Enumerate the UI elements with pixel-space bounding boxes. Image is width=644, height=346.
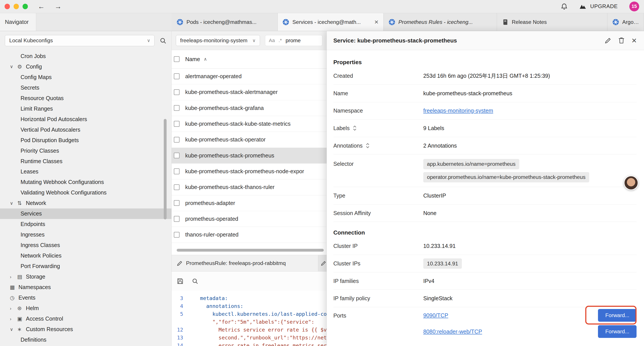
sidebar-item[interactable]: ▦ Namespaces	[0, 282, 172, 293]
notification-count-badge[interactable]: 15	[629, 1, 639, 11]
sidebar-item[interactable]: ◷ Events	[0, 293, 172, 303]
assistant-avatar[interactable]	[624, 176, 638, 190]
edit-button[interactable]	[604, 37, 612, 44]
forward-button-nav[interactable]: →	[54, 3, 62, 10]
row-checkbox[interactable]	[174, 89, 180, 95]
sidebar-item[interactable]: Config Maps	[0, 72, 172, 82]
namespace-selector[interactable]: freeleaps-monitoring-system ∨	[176, 35, 260, 46]
table-row[interactable]: kube-prometheus-stack-grafana	[172, 100, 326, 116]
sidebar-item[interactable]: Pod Disruption Budgets	[0, 135, 172, 145]
close-drawer-icon[interactable]: ×	[632, 36, 636, 45]
table-row[interactable]: kube-prometheus-stack-prometheus-node-ex…	[172, 164, 326, 179]
services-table-body: alertmanager-operated kube-prometheus-st…	[172, 68, 326, 243]
row-checkbox[interactable]	[174, 105, 180, 111]
sidebar-item[interactable]: Horizontal Pod Autoscalers	[0, 114, 172, 124]
tab-services[interactable]: Services - icecheng@math... ×	[278, 13, 384, 31]
search-input[interactable]: Aa .* prome	[265, 35, 322, 46]
sidebar-item[interactable]: Mutating Webhook Configurations	[0, 177, 172, 187]
group-icon: ⇅	[17, 200, 26, 206]
sidebar-item[interactable]: Validating Webhook Configurations	[0, 187, 172, 198]
row-checkbox[interactable]	[174, 73, 180, 79]
sidebar-item[interactable]: Services	[0, 209, 172, 219]
row-checkbox[interactable]	[174, 216, 180, 222]
row-checkbox[interactable]	[174, 153, 180, 158]
table-row[interactable]: kube-prometheus-stack-prometheus	[172, 148, 326, 164]
horizontal-scrollbar[interactable]	[177, 249, 324, 252]
zoom-window-button[interactable]	[22, 4, 28, 9]
line-number: 14	[172, 342, 188, 346]
sidebar-item[interactable]: Runtime Classes	[0, 156, 172, 166]
name-column-header[interactable]: Name	[185, 56, 200, 62]
yaml-editor[interactable]: 3 metadata: 4 annotations: 5 kubectl.kub…	[172, 291, 326, 346]
port-link[interactable]: 8080:reloader-web/TCP	[423, 329, 482, 335]
table-row[interactable]: alertmanager-operated	[172, 68, 326, 84]
kubernetes-icon	[389, 19, 395, 25]
tab-argo[interactable]: Argo S...	[608, 13, 644, 31]
sidebar-item[interactable]: Network Policies	[0, 251, 172, 261]
port-link[interactable]: 9090/TCP	[423, 312, 448, 319]
sidebar-item[interactable]: Definitions	[0, 335, 172, 345]
sidebar-item[interactable]: › ▤ Storage	[0, 272, 172, 282]
sidebar-item[interactable]: ∨ ∗ Custom Resources	[0, 324, 172, 335]
kubeconfig-selector[interactable]: Local Kubeconfigs ∨	[5, 35, 154, 46]
close-tab-icon[interactable]: ×	[374, 19, 378, 26]
forward-button[interactable]: Forward...	[598, 325, 636, 338]
expand-updown-icon[interactable]	[352, 125, 357, 131]
row-checkbox[interactable]	[174, 184, 180, 190]
row-checkbox[interactable]	[174, 168, 180, 174]
row-checkbox[interactable]	[174, 137, 180, 143]
sidebar-item[interactable]: Secrets	[0, 82, 172, 93]
row-checkbox[interactable]	[174, 200, 180, 206]
sidebar-item[interactable]: Priority Classes	[0, 145, 172, 156]
table-row[interactable]: kube-prometheus-stack-operator	[172, 132, 326, 148]
sidebar-item[interactable]: ∨ ⚙ Config	[0, 61, 172, 72]
table-row[interactable]: prometheus-adapter	[172, 195, 326, 211]
table-row[interactable]: thanos-ruler-operated	[172, 227, 326, 243]
namespace-link[interactable]: freeleaps-monitoring-system	[423, 107, 493, 114]
sort-asc-icon[interactable]: ∧	[204, 56, 207, 62]
editor-tab-partial[interactable]	[318, 255, 326, 272]
delete-button[interactable]	[618, 37, 624, 44]
sidebar-item[interactable]: Limit Ranges	[0, 103, 172, 114]
search-icon[interactable]	[160, 37, 166, 44]
match-case-toggle[interactable]: Aa	[269, 38, 275, 43]
save-icon[interactable]	[177, 278, 184, 285]
sidebar-item[interactable]: Leases	[0, 166, 172, 177]
notifications-bell-icon[interactable]	[561, 3, 568, 10]
table-row[interactable]: kube-prometheus-stack-kube-state-metrics	[172, 116, 326, 132]
sidebar-item[interactable]: Ingress Classes	[0, 240, 172, 251]
tab-bar: Navigator Pods - icecheng@mathmas... Ser…	[0, 13, 644, 31]
tab-prometheus-rules[interactable]: Prometheus Rules - icecheng...	[384, 13, 497, 31]
tab-pods[interactable]: Pods - icecheng@mathmas...	[172, 13, 278, 31]
table-row[interactable]: kube-prometheus-stack-alertmanager	[172, 84, 326, 100]
sidebar-item[interactable]: ∨ ⇅ Network	[0, 198, 172, 209]
table-row[interactable]: prometheus-operated	[172, 211, 326, 227]
expand-updown-icon[interactable]	[366, 143, 370, 149]
sidebar-item[interactable]: Vertical Pod Autoscalers	[0, 124, 172, 135]
upgrade-button[interactable]: UPGRADE	[579, 3, 618, 9]
close-window-button[interactable]	[4, 4, 10, 9]
minimize-window-button[interactable]	[14, 4, 19, 9]
sidebar-item[interactable]: › ⊛ Helm	[0, 303, 172, 314]
kubernetes-icon	[177, 19, 183, 25]
sidebar-item[interactable]: Ingresses	[0, 230, 172, 240]
search-icon[interactable]	[192, 278, 198, 285]
select-all-checkbox[interactable]	[174, 56, 180, 62]
sidebar-scrollbar[interactable]	[164, 119, 166, 219]
pencil-icon	[177, 260, 183, 266]
tab-release-notes[interactable]: Release Notes	[497, 13, 608, 31]
sidebar-item[interactable]: Port Forwarding	[0, 261, 172, 272]
table-row[interactable]: kube-prometheus-stack-thanos-ruler	[172, 179, 326, 195]
search-value: prome	[286, 37, 301, 43]
sidebar-item[interactable]: Resource Quotas	[0, 93, 172, 103]
forward-button[interactable]: Forward...	[598, 309, 636, 322]
row-checkbox[interactable]	[174, 232, 180, 238]
sidebar-item[interactable]: Cron Jobs	[0, 51, 172, 61]
back-button[interactable]: ←	[38, 3, 45, 10]
regex-toggle[interactable]: .*	[278, 38, 282, 43]
sidebar-item[interactable]: › ▣ Access Control	[0, 314, 172, 324]
editor-tab-prometheusrule[interactable]: PrometheusRule: freeleaps-prod-rabbitmq	[172, 255, 318, 272]
trash-icon	[618, 37, 624, 44]
sidebar-item[interactable]: Endpoints	[0, 219, 172, 230]
row-checkbox[interactable]	[174, 121, 180, 127]
